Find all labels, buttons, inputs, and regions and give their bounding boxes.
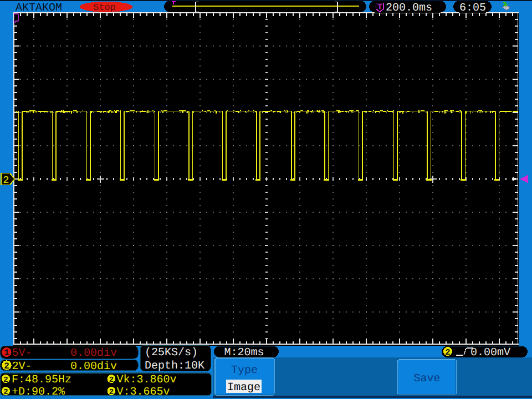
svg-text:2: 2 (3, 376, 8, 385)
svg-text:2V-: 2V- (12, 360, 32, 373)
svg-text:T: T (377, 3, 382, 12)
svg-text:2: 2 (109, 376, 114, 385)
svg-text:Depth:10K: Depth:10K (145, 360, 204, 372)
svg-text:2: 2 (445, 348, 450, 357)
svg-text:Image: Image (227, 381, 260, 394)
svg-text:Save: Save (414, 372, 441, 385)
svg-text:1: 1 (4, 348, 9, 358)
svg-text:5V-: 5V- (12, 347, 32, 360)
svg-text:2: 2 (109, 388, 114, 397)
svg-text:0.00div: 0.00div (70, 347, 117, 360)
svg-text:0.00div: 0.00div (70, 360, 117, 373)
svg-text:F:48.95Hz: F:48.95Hz (12, 374, 71, 386)
svg-text:Vk:3.860v: Vk:3.860v (117, 374, 177, 386)
svg-text:0.00mV: 0.00mV (470, 346, 510, 359)
svg-text:Stop: Stop (93, 3, 116, 13)
svg-text:V:3.665v: V:3.665v (117, 386, 170, 398)
svg-text:AKTAKOM: AKTAKOM (16, 2, 62, 14)
svg-text:Type: Type (231, 364, 258, 377)
svg-text:6:05: 6:05 (459, 2, 486, 14)
svg-text:(25KS/s): (25KS/s) (145, 346, 198, 359)
svg-text:2: 2 (4, 361, 9, 371)
svg-text:200.0ms: 200.0ms (386, 2, 432, 14)
svg-text:+D:90.2%: +D:90.2% (12, 386, 65, 398)
svg-text:M:20ms: M:20ms (224, 346, 264, 359)
svg-text:2: 2 (3, 175, 9, 186)
svg-text:2: 2 (3, 388, 8, 397)
